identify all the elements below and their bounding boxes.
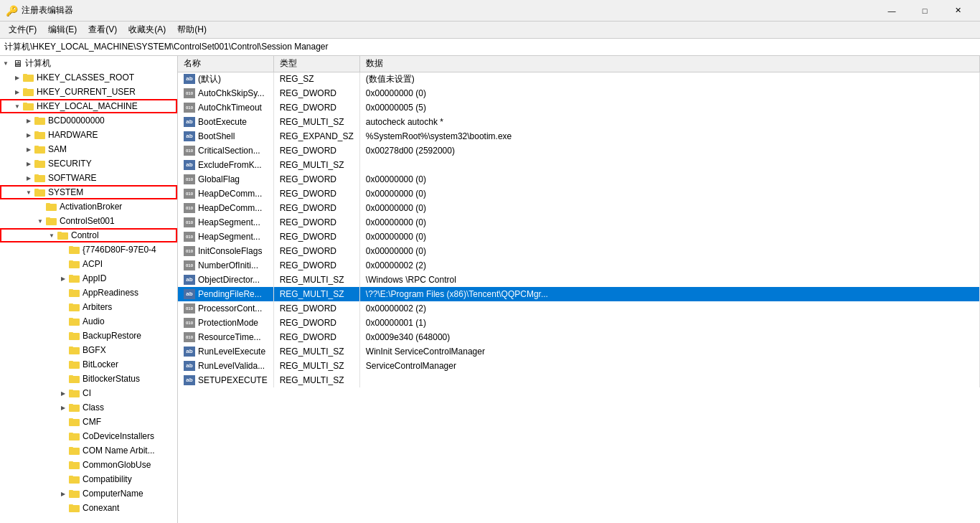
tree-item-bitlockerstatus[interactable]: BitlockerStatus <box>0 372 177 386</box>
expander-appreadiness[interactable] <box>57 287 69 298</box>
tree-item-codeviceinstallers[interactable]: CoDeviceInstallers <box>0 429 177 443</box>
tree-item-activationbroker[interactable]: ActivationBroker <box>0 199 177 214</box>
tree-item-acpi[interactable]: ACPI <box>0 257 177 271</box>
expander-hkey_classes_root[interactable]: ▶ <box>11 72 23 83</box>
tree-item-hardware[interactable]: ▶ HARDWARE <box>0 128 177 142</box>
tree-item-hkey_current_user[interactable]: ▶ HKEY_CURRENT_USER <box>0 85 177 99</box>
tree-item-compatibility[interactable]: Compatibility <box>0 472 177 486</box>
table-row[interactable]: abRunLevelValida...REG_MULTI_SZServiceCo… <box>178 359 980 373</box>
expander-hkey_current_user[interactable]: ▶ <box>11 86 23 98</box>
registry-values-panel[interactable]: 名称类型数据 ab(默认)REG_SZ(数值未设置)010AutoChkSkip… <box>178 56 980 523</box>
expander-bitlocker[interactable] <box>57 359 69 370</box>
table-row[interactable]: abRunLevelExecuteREG_MULTI_SZWinInit Ser… <box>178 344 980 359</box>
menu-item-e[interactable]: 编辑(E) <box>42 22 83 37</box>
tree-item-software[interactable]: ▶ SOFTWARE <box>0 171 177 185</box>
table-row[interactable]: 010HeapSegment...REG_DWORD0x00000000 (0) <box>178 215 980 230</box>
expander-ci[interactable]: ▶ <box>57 387 69 399</box>
table-row[interactable]: 010HeapDeComm...REG_DWORD0x00000000 (0) <box>178 201 980 215</box>
tree-item-commonglobuse[interactable]: CommonGlobUse <box>0 458 177 472</box>
close-button[interactable]: ✕ <box>941 0 974 22</box>
table-row[interactable]: 010AutoChkSkipSy...REG_DWORD0x00000000 (… <box>178 86 980 100</box>
table-row[interactable]: 010GlobalFlagREG_DWORD0x00000000 (0) <box>178 172 980 187</box>
expander-commonglobuse[interactable] <box>57 459 69 471</box>
expander-conexant[interactable] <box>57 502 69 514</box>
menu-item-h[interactable]: 帮助(H) <box>171 22 212 37</box>
expander-computername[interactable]: ▶ <box>57 488 69 499</box>
tree-item-cmf[interactable]: CMF <box>0 415 177 429</box>
tree-item-conexant[interactable]: Conexant <box>0 501 177 515</box>
table-row[interactable]: 010ResourceTime...REG_DWORD0x0009e340 (6… <box>178 330 980 344</box>
tree-item-bcd[interactable]: ▶ BCD00000000 <box>0 113 177 128</box>
tree-item-appreadiness[interactable]: AppReadiness <box>0 286 177 300</box>
menu-item-a[interactable]: 收藏夹(A) <box>123 22 171 37</box>
cell-type-default: REG_SZ <box>273 72 359 86</box>
table-row[interactable]: abSETUPEXECUTEREG_MULTI_SZ <box>178 373 980 387</box>
table-row[interactable]: abExcludeFromK...REG_MULTI_SZ <box>178 158 980 172</box>
tree-item-control[interactable]: ▼ Control <box>0 228 177 242</box>
svg-rect-29 <box>69 275 73 276</box>
tree-item-appid[interactable]: ▶ AppID <box>0 271 177 286</box>
tree-item-class[interactable]: ▶ Class <box>0 400 177 415</box>
expander-bgfx[interactable] <box>57 344 69 356</box>
tree-item-arbiters[interactable]: Arbiters <box>0 300 177 314</box>
expander-hardware[interactable]: ▶ <box>23 129 34 141</box>
minimize-button[interactable]: — <box>875 0 908 22</box>
tree-label-bitlocker: BitLocker <box>83 359 118 369</box>
maximize-button[interactable]: □ <box>908 0 941 22</box>
table-row[interactable]: 010ProcessorCont...REG_DWORD0x00000002 (… <box>178 301 980 316</box>
tree-item-audio[interactable]: Audio <box>0 314 177 329</box>
table-row[interactable]: 010AutoChkTimeoutREG_DWORD0x00000005 (5) <box>178 100 980 115</box>
tree-item-backuprestore[interactable]: BackupRestore <box>0 329 177 343</box>
table-row[interactable]: 010HeapDeComm...REG_DWORD0x00000000 (0) <box>178 187 980 201</box>
expander-computer[interactable]: ▼ <box>0 57 11 69</box>
tree-item-computername[interactable]: ▶ ComputerName <box>0 486 177 501</box>
expander-backuprestore[interactable] <box>57 330 69 341</box>
expander-class[interactable]: ▶ <box>57 402 69 413</box>
expander-7746d[interactable] <box>57 244 69 255</box>
tree-panel[interactable]: ▼🖥计算机▶ HKEY_CLASSES_ROOT▶ HKEY_CURRENT_U… <box>0 56 178 523</box>
tree-item-bgfx[interactable]: BGFX <box>0 343 177 357</box>
menu-item-v[interactable]: 查看(V) <box>83 22 123 37</box>
expander-appid[interactable]: ▶ <box>57 273 69 284</box>
expander-audio[interactable] <box>57 316 69 327</box>
expander-codeviceinstallers[interactable] <box>57 430 69 442</box>
tree-item-sam[interactable]: ▶ SAM <box>0 142 177 156</box>
table-row[interactable]: 010ProtectionModeREG_DWORD0x00000001 (1) <box>178 316 980 330</box>
tree-item-security[interactable]: ▶ SECURITY <box>0 156 177 171</box>
expander-comnamearbiters[interactable] <box>57 445 69 456</box>
tree-item-system[interactable]: ▼ SYSTEM <box>0 185 177 199</box>
expander-activationbroker[interactable] <box>34 201 46 212</box>
expander-security[interactable]: ▶ <box>23 158 34 169</box>
table-row[interactable]: abObjectDirector...REG_MULTI_SZ\Windows … <box>178 273 980 287</box>
tree-item-hkey_local_machine[interactable]: ▼ HKEY_LOCAL_MACHINE <box>0 99 177 113</box>
expander-hkey_local_machine[interactable]: ▼ <box>11 100 23 112</box>
table-row[interactable]: abBootShellREG_EXPAND_SZ%SystemRoot%\sys… <box>178 129 980 143</box>
tree-item-comnamearbiters[interactable]: COM Name Arbit... <box>0 443 177 458</box>
tree-item-computer[interactable]: ▼🖥计算机 <box>0 56 177 70</box>
expander-sam[interactable]: ▶ <box>23 143 34 155</box>
table-row[interactable]: 010NumberOfIniti...REG_DWORD0x00000002 (… <box>178 258 980 273</box>
expander-controlset001[interactable]: ▼ <box>34 215 46 227</box>
expander-control[interactable]: ▼ <box>46 230 57 241</box>
expander-acpi[interactable] <box>57 258 69 270</box>
expander-cmf[interactable] <box>57 416 69 428</box>
expander-arbiters[interactable] <box>57 301 69 313</box>
folder-icon-codeviceinstallers <box>69 431 80 441</box>
table-row[interactable]: abBootExecuteREG_MULTI_SZautocheck autoc… <box>178 115 980 129</box>
tree-item-controlset001[interactable]: ▼ ControlSet001 <box>0 214 177 228</box>
tree-item-bitlocker[interactable]: BitLocker <box>0 357 177 372</box>
tree-item-7746d[interactable]: {7746D80F-97E0-4 <box>0 242 177 257</box>
table-row[interactable]: 010CriticalSection...REG_DWORD0x00278d00… <box>178 143 980 158</box>
tree-item-hkey_classes_root[interactable]: ▶ HKEY_CLASSES_ROOT <box>0 70 177 85</box>
expander-bitlockerstatus[interactable] <box>57 373 69 385</box>
expander-software[interactable]: ▶ <box>23 172 34 184</box>
menu-item-f[interactable]: 文件(F) <box>3 22 42 37</box>
tree-item-ci[interactable]: ▶ CI <box>0 386 177 400</box>
expander-compatibility[interactable] <box>57 473 69 485</box>
table-row[interactable]: ab(默认)REG_SZ(数值未设置) <box>178 72 980 86</box>
table-row[interactable]: abPendingFileRe...REG_MULTI_SZ\??\E:\Pro… <box>178 287 980 301</box>
expander-system[interactable]: ▼ <box>23 187 34 198</box>
expander-bcd[interactable]: ▶ <box>23 115 34 126</box>
table-row[interactable]: 010HeapSegment...REG_DWORD0x00000000 (0) <box>178 230 980 244</box>
table-row[interactable]: 010InitConsoleFlagsREG_DWORD0x00000000 (… <box>178 244 980 258</box>
